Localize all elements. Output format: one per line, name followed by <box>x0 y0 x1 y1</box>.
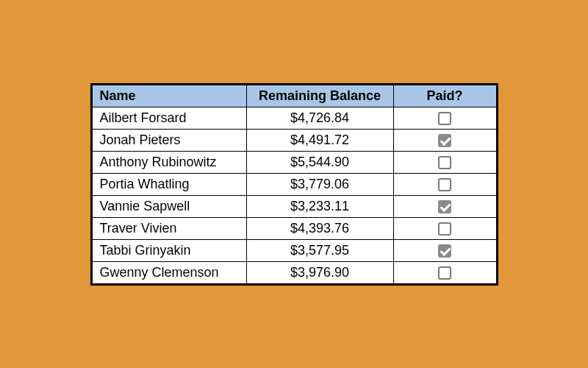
cell-balance: $4,393.76 <box>246 217 393 239</box>
cell-paid <box>393 173 496 195</box>
table-row: Jonah Pieters$4,491.72 <box>92 129 496 151</box>
cell-name: Gwenny Clemenson <box>92 261 246 283</box>
header-name: Name <box>92 85 246 107</box>
cell-name: Vannie Sapwell <box>92 195 246 217</box>
cell-balance: $3,976.90 <box>246 261 393 283</box>
cell-name: Tabbi Grinyakin <box>92 239 246 261</box>
table-row: Gwenny Clemenson$3,976.90 <box>92 261 496 283</box>
cell-balance: $3,779.06 <box>246 173 393 195</box>
table-row: Portia Whatling$3,779.06 <box>92 173 496 195</box>
paid-checkbox[interactable] <box>438 156 451 169</box>
cell-paid <box>393 107 496 129</box>
table-row: Anthony Rubinowitz$5,544.90 <box>92 151 496 173</box>
table-row: Traver Vivien$4,393.76 <box>92 217 496 239</box>
table-row: Ailbert Forsard$4,726.84 <box>92 107 496 129</box>
cell-paid <box>393 151 496 173</box>
cell-paid <box>393 217 496 239</box>
cell-balance: $5,544.90 <box>246 151 393 173</box>
paid-checkbox[interactable] <box>438 266 451 280</box>
balance-table: Name Remaining Balance Paid? Ailbert For… <box>90 83 498 286</box>
cell-paid <box>393 239 496 261</box>
cell-balance: $3,233.11 <box>246 195 393 217</box>
cell-balance: $4,726.84 <box>246 107 393 129</box>
paid-checkbox[interactable] <box>438 244 451 258</box>
header-paid: Paid? <box>393 85 496 107</box>
cell-paid <box>393 261 496 283</box>
cell-name: Traver Vivien <box>92 217 246 239</box>
cell-name: Anthony Rubinowitz <box>92 151 246 173</box>
cell-paid <box>393 129 496 151</box>
cell-name: Jonah Pieters <box>92 129 246 151</box>
header-balance: Remaining Balance <box>246 85 393 107</box>
table-row: Vannie Sapwell$3,233.11 <box>92 195 496 217</box>
paid-checkbox[interactable] <box>438 200 451 213</box>
paid-checkbox[interactable] <box>438 134 451 147</box>
cell-name: Ailbert Forsard <box>92 107 246 129</box>
cell-balance: $4,491.72 <box>246 129 393 151</box>
table-row: Tabbi Grinyakin$3,577.95 <box>92 239 496 261</box>
cell-balance: $3,577.95 <box>246 239 393 261</box>
cell-paid <box>393 195 496 217</box>
cell-name: Portia Whatling <box>92 173 246 195</box>
paid-checkbox[interactable] <box>438 222 451 236</box>
paid-checkbox[interactable] <box>438 178 451 191</box>
table-header-row: Name Remaining Balance Paid? <box>92 85 496 107</box>
paid-checkbox[interactable] <box>438 112 451 125</box>
